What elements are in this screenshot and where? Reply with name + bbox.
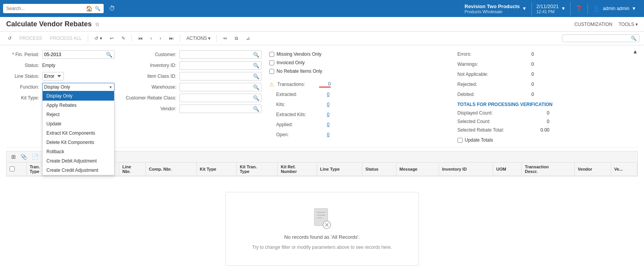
form-col-1: Fin. Period: 🔍 Status: Empty Line Status… [6, 50, 114, 144]
totals-section: TOTALS FOR PROCESSING VERIFICATION Displ… [458, 102, 638, 144]
select-all-checkbox[interactable] [10, 166, 15, 171]
errors-row: Errors: 0 [458, 50, 638, 58]
function-option-extract-kit[interactable]: Extract Kit Components [43, 128, 114, 138]
customer-rebate-class-input[interactable] [180, 94, 251, 101]
line-status-select[interactable]: Error All Open [42, 72, 64, 80]
customization-button[interactable]: CUSTOMIZATION [574, 22, 612, 27]
function-dropdown-trigger[interactable]: Display Only ▼ [42, 83, 114, 91]
datetime-selector[interactable]: 2/11/2021 12:41 PM ▼ [532, 2, 571, 15]
inventory-id-input[interactable] [180, 62, 251, 69]
customer-rebate-class-input-wrapper[interactable]: 🔍 [179, 94, 261, 102]
vendor-input-wrapper[interactable]: 🔍 [179, 104, 261, 113]
customer-search-button[interactable]: 🔍 [251, 51, 261, 58]
company-selector[interactable]: Revision Two Products Products Wholesale… [460, 2, 532, 15]
undo-dropdown-button[interactable]: ↺ ▾ [91, 34, 105, 43]
open-value[interactable]: 0 [318, 132, 330, 137]
warnings-label: Warnings: [458, 62, 496, 67]
refresh-button[interactable]: ↺ [5, 34, 15, 43]
warehouse-label: Warehouse: [122, 84, 176, 90]
inventory-id-row: Inventory ID: 🔍 [122, 61, 261, 70]
customer-rebate-class-search-button[interactable]: 🔍 [251, 94, 261, 102]
toolbar-search-box[interactable]: 🔍 [562, 34, 639, 42]
inventory-id-input-wrapper[interactable]: 🔍 [179, 61, 261, 70]
invoiced-only-checkbox[interactable] [269, 60, 274, 65]
help-icon: ❓ [575, 5, 583, 12]
table-attach-button[interactable]: 📎 [19, 153, 29, 161]
edit-button[interactable]: ✎ [118, 34, 128, 43]
undo-button[interactable]: ↩ [107, 34, 117, 43]
table-notes-button[interactable]: 📄 [30, 153, 40, 161]
item-class-id-input-wrapper[interactable]: 🔍 [179, 72, 261, 80]
table-add-row-button[interactable]: ⊞ [10, 153, 17, 161]
customer-row: Customer: 🔍 [122, 50, 261, 59]
col-kit-tran-type: Kit Tran.Type [236, 163, 277, 176]
applied-value[interactable]: 0 [318, 122, 330, 127]
help-button[interactable]: ❓ [571, 3, 588, 14]
function-option-reject[interactable]: Reject [43, 110, 114, 119]
function-option-create-credit[interactable]: Create Credit Adjustment [43, 166, 114, 175]
selected-count-value: 0 [530, 119, 550, 124]
tools-button[interactable]: TOOLS ▾ [618, 22, 638, 27]
company-sub: Products Wholesale [465, 9, 520, 14]
item-class-id-input[interactable] [180, 73, 251, 80]
user-menu[interactable]: 👤 admin admin ▼ [588, 3, 641, 14]
item-class-id-search-button[interactable]: 🔍 [251, 73, 261, 80]
function-option-apply-rebates[interactable]: Apply Rebates [43, 101, 114, 110]
missing-vendors-only-checkbox[interactable] [269, 52, 274, 57]
fit-columns-button[interactable]: ⇔ [220, 34, 230, 43]
vendor-search-button[interactable]: 🔍 [251, 105, 261, 113]
errors-label: Errors: [458, 51, 496, 57]
warehouse-search-button[interactable]: 🔍 [251, 84, 261, 91]
customer-input[interactable] [180, 51, 251, 58]
clipboard-button[interactable]: ⧉ [232, 34, 241, 43]
no-records-icon [313, 208, 331, 229]
function-option-display-only[interactable]: Display Only [43, 91, 114, 101]
top-navigation: 🏠 🔍 ⏱ Revision Two Products Products Who… [0, 0, 644, 17]
col-ve: Ve... [611, 163, 637, 176]
actions-button[interactable]: ACTIONS ▾ [183, 34, 214, 43]
displayed-count-row: Displayed Count: 0 [458, 109, 638, 117]
first-record-button[interactable]: ⏮ [135, 34, 146, 43]
transactions-value[interactable]: 0 [319, 81, 331, 87]
process-all-button[interactable]: PROCESS ALL [47, 34, 85, 43]
filter-button[interactable]: ⊿ [243, 34, 253, 43]
displayed-count-value: 0 [530, 110, 550, 116]
global-search-box[interactable]: 🏠 🔍 [3, 4, 104, 13]
function-option-update[interactable]: Update [43, 119, 114, 128]
vendor-row: Vendor: 🔍 [122, 104, 261, 113]
last-record-button[interactable]: ⏭ [166, 34, 177, 43]
extracted-value[interactable]: 0 [318, 92, 330, 97]
update-totals-checkbox[interactable] [458, 138, 463, 143]
collapse-icon[interactable]: ▲ [632, 48, 638, 55]
kits-value[interactable]: 0 [318, 102, 330, 107]
global-search-input[interactable] [6, 6, 84, 11]
fin-period-search-button[interactable]: 🔍 [104, 51, 114, 58]
next-record-button[interactable]: › [157, 34, 164, 43]
toolbar-search-input[interactable] [565, 36, 631, 41]
no-rebate-items-only-checkbox[interactable] [269, 69, 274, 74]
extracted-label: Extracted: [276, 92, 315, 97]
function-option-create-debit[interactable]: Create Debit Adjustment [43, 156, 114, 166]
customer-input-wrapper[interactable]: 🔍 [179, 50, 261, 59]
extracted-kits-value[interactable]: 0 [318, 112, 330, 117]
not-applicable-row: Not Applicable: 0 [458, 70, 638, 79]
warehouse-input[interactable] [180, 84, 251, 91]
function-label: Function: [6, 84, 39, 90]
warehouse-input-wrapper[interactable]: 🔍 [179, 83, 261, 91]
inventory-id-search-button[interactable]: 🔍 [251, 62, 261, 69]
nav-time: 12:41 PM [536, 9, 559, 14]
acumatica-logo-icon: 🏠 [86, 5, 92, 12]
open-label: Open: [276, 132, 315, 137]
function-option-delete-kit[interactable]: Delete Kit Components [43, 138, 114, 147]
fin-period-input-wrapper[interactable]: 🔍 [42, 50, 114, 59]
prev-record-button[interactable]: ‹ [147, 34, 155, 43]
debited-label: Debited: [458, 92, 496, 97]
function-option-rollback[interactable]: Rollback [43, 147, 114, 156]
fin-period-input[interactable] [43, 51, 104, 58]
history-button[interactable]: ⏱ [107, 3, 118, 14]
search-icon: 🔍 [95, 6, 101, 11]
process-button[interactable]: PROCESS [16, 34, 45, 43]
customer-rebate-class-label: Customer Rebate Class: [122, 95, 176, 101]
vendor-input[interactable] [180, 105, 251, 112]
favorite-star-icon[interactable]: ☆ [95, 21, 100, 27]
